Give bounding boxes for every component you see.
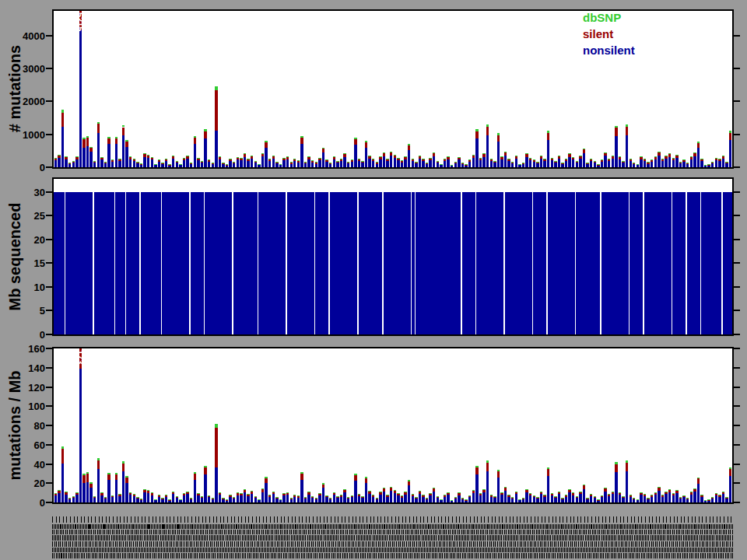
bar-segment-silent <box>372 159 374 161</box>
bar-segment-nonsilent <box>390 491 392 502</box>
bar-segment-silent <box>515 492 517 495</box>
mb-group-separator <box>93 192 93 334</box>
bar-segment-dbSNP <box>644 159 646 159</box>
bar-segment-silent <box>672 494 675 495</box>
bar-segment-dbSNP <box>229 495 231 495</box>
bar-segment-silent <box>365 142 367 148</box>
bar-segment-silent <box>390 488 392 491</box>
bar-segment-dbSNP <box>86 136 89 138</box>
bar-segment-nonsilent <box>504 156 507 167</box>
bar-segment-nonsilent <box>604 492 606 502</box>
bar-segment-silent <box>540 492 542 495</box>
bar-segment-nonsilent <box>693 492 696 502</box>
bar-segment-dbSNP <box>136 162 139 163</box>
bar-segment-dbSNP <box>679 162 682 163</box>
bar-segment-silent <box>251 492 253 494</box>
bar-segment-dbSNP <box>297 495 300 496</box>
bar-segment-nonsilent <box>679 499 682 502</box>
bar-segment-silent <box>665 156 667 159</box>
bar-segment-dbSNP <box>194 136 196 138</box>
bar-segment-nonsilent <box>336 163 338 167</box>
bar-segment-silent <box>633 163 635 164</box>
bar-segment-silent <box>686 499 689 499</box>
bar-segment-dbSNP <box>529 158 531 159</box>
bar-segment-dbSNP <box>93 496 96 497</box>
bar-segment-dbSNP <box>136 497 139 498</box>
bar-segment-silent <box>307 492 310 495</box>
bar-segment-nonsilent <box>454 499 457 502</box>
bar-segment-dbSNP <box>286 492 289 493</box>
bar-segment-silent <box>565 495 567 497</box>
x-tick-row <box>52 516 734 523</box>
bar-segment-nonsilent <box>136 163 139 167</box>
bar-segment-dbSNP <box>176 161 178 162</box>
mb-group-separator <box>415 192 416 334</box>
bar-segment-dbSNP <box>561 163 563 163</box>
bar-segment-nonsilent <box>715 495 717 502</box>
bar-segment-silent <box>275 163 278 163</box>
bar-segment-silent <box>500 157 503 159</box>
bar-segment-dbSNP <box>640 492 642 493</box>
bar-segment-silent <box>515 156 517 159</box>
bar-segment-silent <box>397 159 399 160</box>
bar-segment-dbSNP <box>576 496 578 497</box>
bar-segment-silent <box>297 161 300 163</box>
bar-segment-dbSNP <box>422 159 424 159</box>
y-tick-label: 10 <box>12 282 45 293</box>
mb-group-separator <box>643 192 644 334</box>
bar-segment-dbSNP <box>654 492 657 493</box>
bar-segment-silent <box>204 467 206 474</box>
bar-segment-nonsilent <box>433 492 435 502</box>
bar-segment-silent <box>422 159 424 161</box>
bar-segment-dbSNP <box>336 161 338 162</box>
x-axis-sample-labels <box>52 516 734 559</box>
bar-segment-nonsilent <box>490 161 493 167</box>
bar-segment-nonsilent <box>561 164 563 167</box>
bar-segment-nonsilent <box>293 161 296 167</box>
bar-segment-dbSNP <box>644 494 646 495</box>
bar-segment-dbSNP <box>500 492 503 493</box>
bar-segment-nonsilent <box>561 499 563 502</box>
bar-segment-nonsilent <box>515 494 517 502</box>
bar-segment-silent <box>394 491 396 493</box>
bar-segment-nonsilent <box>165 497 167 502</box>
bar-segment-dbSNP <box>511 497 514 498</box>
bar-segment-nonsilent <box>444 161 446 167</box>
bar-segment-silent <box>668 154 671 157</box>
mb-group-separator <box>161 192 162 334</box>
bar-segment-dbSNP <box>379 492 381 492</box>
bar-segment-nonsilent <box>386 161 388 167</box>
bar-segment-silent <box>104 498 107 499</box>
bar-segment-silent <box>151 493 153 495</box>
bar-segment-dbSNP <box>168 499 170 500</box>
bar-segment-dbSNP <box>558 156 560 156</box>
bar-segment-nonsilent <box>626 471 628 502</box>
sample-label-row <box>52 530 734 534</box>
bar-segment-silent <box>118 495 121 496</box>
bar-segment-nonsilent <box>558 494 560 502</box>
bar-segment-nonsilent <box>315 164 317 167</box>
bar-segment-nonsilent <box>579 494 581 502</box>
bar-segment-dbSNP <box>147 490 149 491</box>
bar-segment-nonsilent <box>183 160 185 167</box>
bar-segment-dbSNP <box>383 152 385 153</box>
mb-group-separator <box>672 192 672 334</box>
bar-segment-silent <box>404 492 406 495</box>
mb-group-separator <box>382 192 383 334</box>
bar-segment-dbSNP <box>515 492 517 492</box>
bar-segment-nonsilent <box>372 161 374 167</box>
bar-segment-nonsilent <box>290 499 293 502</box>
bar-segment-nonsilent <box>197 495 199 502</box>
bar-segment-nonsilent <box>233 499 235 502</box>
bar-segment-dbSNP <box>275 162 278 163</box>
y-tick-right <box>734 134 740 135</box>
bar-segment-nonsilent <box>437 163 439 167</box>
bar-segment-nonsilent <box>661 497 664 502</box>
bar-segment-nonsilent <box>343 157 345 167</box>
bar-segment-dbSNP <box>447 492 449 493</box>
bar-segment-nonsilent <box>690 159 693 167</box>
bar-segment-silent <box>358 159 360 161</box>
bar-segment-nonsilent <box>568 492 570 502</box>
bar-segment-dbSNP <box>372 495 374 495</box>
bar-segment-nonsilent <box>401 498 403 502</box>
